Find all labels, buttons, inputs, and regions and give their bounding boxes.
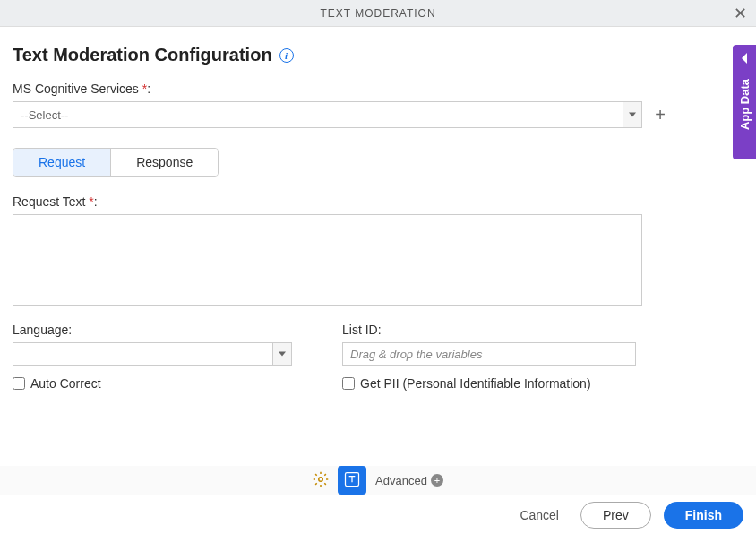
modal-title: TEXT MODERATION <box>320 7 435 20</box>
tab-response[interactable]: Response <box>111 149 218 176</box>
list-id-input[interactable] <box>342 342 636 366</box>
get-pii-checkbox-label[interactable]: Get PII (Personal Identifiable Informati… <box>342 376 591 391</box>
chevron-down-icon[interactable] <box>272 342 292 366</box>
request-text-label: Request Text *: <box>13 194 743 209</box>
modal-header: TEXT MODERATION ✕ <box>0 0 756 27</box>
advanced-text: Advanced <box>375 474 427 487</box>
tab-request[interactable]: Request <box>13 149 111 176</box>
gear-icon[interactable] <box>313 471 329 490</box>
get-pii-text: Get PII (Personal Identifiable Informati… <box>360 376 591 391</box>
two-column-row: Language: List ID: <box>13 323 743 366</box>
app-data-side-tab[interactable]: App Data <box>733 45 756 159</box>
plus-icon: + <box>655 105 666 125</box>
content-area: Text Moderation Configuration i MS Cogni… <box>0 27 756 391</box>
get-pii-checkbox[interactable] <box>342 377 355 390</box>
page-heading-row: Text Moderation Configuration i <box>13 45 743 65</box>
text-moderation-button[interactable] <box>338 466 366 495</box>
required-marker: * <box>89 194 93 209</box>
chevron-left-icon <box>740 52 749 66</box>
language-value <box>13 342 272 366</box>
auto-correct-checkbox-label[interactable]: Auto Correct <box>13 376 292 391</box>
required-marker: * <box>142 82 147 96</box>
auto-correct-text: Auto Correct <box>30 376 101 391</box>
tabs: Request Response <box>13 148 219 177</box>
language-column: Language: <box>13 323 292 366</box>
chevron-down-icon[interactable] <box>623 101 642 128</box>
ms-cognitive-row: --Select-- + <box>13 101 743 128</box>
ms-cognitive-label: MS Cognitive Services *: <box>13 82 743 96</box>
list-id-label: List ID: <box>342 323 636 337</box>
svg-point-0 <box>319 477 323 481</box>
plus-circle-icon: + <box>431 474 443 487</box>
text-icon <box>343 470 361 491</box>
language-label: Language: <box>13 323 292 337</box>
page-title: Text Moderation Configuration <box>13 45 272 65</box>
close-icon: ✕ <box>734 4 747 22</box>
language-select[interactable] <box>13 342 292 366</box>
footer-buttons: Cancel Prev Finish <box>0 495 756 534</box>
cancel-button[interactable]: Cancel <box>511 503 568 528</box>
finish-button[interactable]: Finish <box>664 502 743 529</box>
prev-button[interactable]: Prev <box>580 502 651 529</box>
toolbar-strip: Advanced + <box>0 466 756 495</box>
side-tab-label: App Data <box>738 79 752 130</box>
request-text-input[interactable] <box>13 214 642 306</box>
select-value: --Select-- <box>13 101 623 128</box>
info-icon[interactable]: i <box>279 48 294 63</box>
list-id-column: List ID: <box>342 323 636 366</box>
close-button[interactable]: ✕ <box>734 5 747 22</box>
advanced-toggle[interactable]: Advanced + <box>375 474 443 487</box>
checkbox-row: Auto Correct Get PII (Personal Identifia… <box>13 376 743 391</box>
auto-correct-checkbox[interactable] <box>13 377 25 390</box>
add-button[interactable]: + <box>651 106 669 124</box>
ms-cognitive-select[interactable]: --Select-- <box>13 101 642 128</box>
